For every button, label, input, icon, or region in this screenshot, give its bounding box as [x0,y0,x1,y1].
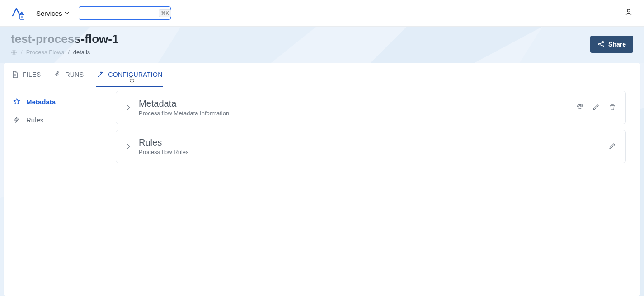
tabs: FILES RUNS CONFIGURATION [4,63,640,87]
user-icon[interactable] [624,8,633,17]
scroll-spacer [116,169,626,292]
panel-metadata: Metadata Process flow Metadata Informati… [116,91,626,124]
page-header: test-process-flow-1 / Process Flows / de… [0,27,644,63]
breadcrumb-process-flows[interactable]: Process Flows [26,49,65,56]
expand-metadata[interactable] [124,103,132,112]
share-icon [597,41,605,48]
content-card: FILES RUNS CONFIGURATION Metadata Rul [4,63,640,296]
main-scroll[interactable]: Metadata Process flow Metadata Informati… [116,91,630,292]
share-label: Share [608,41,626,48]
edit-metadata-button[interactable] [591,102,601,113]
bolt-icon [13,116,21,124]
runs-icon [53,70,61,79]
sidenav-metadata[interactable]: Metadata [7,93,108,111]
refresh-icon [576,103,584,111]
refresh-metadata-button[interactable] [575,102,585,113]
search-shortcut: ⌘K [159,9,171,17]
tab-files-label: FILES [23,71,41,78]
top-nav: Services ⌘K [0,0,644,27]
sidenav-rules-label: Rules [26,116,43,124]
share-button[interactable]: Share [590,36,633,53]
panel-metadata-title: Metadata [139,99,569,109]
tools-icon [96,70,104,79]
file-icon [11,70,19,79]
delete-metadata-button[interactable] [607,102,617,113]
trash-icon [608,103,616,111]
panel-metadata-sub: Process flow Metadata Information [139,110,569,117]
panel-rules: Rules Process flow Rules [116,130,626,163]
page-title: test-process-flow-1 [11,32,633,46]
tab-configuration-label: CONFIGURATION [108,71,162,78]
config-sidenav: Metadata Rules [4,87,112,296]
global-search[interactable]: ⌘K [79,6,171,20]
services-label: Services [36,9,62,17]
panel-rules-title: Rules [139,137,601,148]
chevron-down-icon [64,10,70,16]
breadcrumb-sep: / [21,49,23,56]
globe-icon[interactable] [11,49,17,56]
panel-rules-sub: Process flow Rules [139,149,601,155]
sidenav-metadata-label: Metadata [26,98,56,106]
content-wrap: FILES RUNS CONFIGURATION Metadata Rul [0,63,644,296]
breadcrumb-sep: / [68,49,70,56]
tab-runs[interactable]: RUNS [53,63,84,87]
breadcrumb-details: details [73,49,90,56]
app-logo[interactable] [11,6,25,20]
sidenav-rules[interactable]: Rules [7,111,108,129]
tab-files[interactable]: FILES [11,63,41,87]
tab-configuration[interactable]: CONFIGURATION [96,63,162,87]
search-input[interactable] [83,10,159,17]
expand-rules[interactable] [124,142,132,150]
tab-runs-label: RUNS [65,71,84,78]
star-icon [13,98,21,106]
edit-rules-button[interactable] [607,141,617,152]
config-main: Metadata Process flow Metadata Informati… [112,87,640,296]
svg-rect-0 [20,15,24,19]
pencil-icon [592,103,600,111]
breadcrumb: / Process Flows / details [11,49,633,56]
services-dropdown[interactable]: Services [36,9,70,17]
pencil-icon [608,142,616,150]
svg-point-1 [627,9,630,12]
